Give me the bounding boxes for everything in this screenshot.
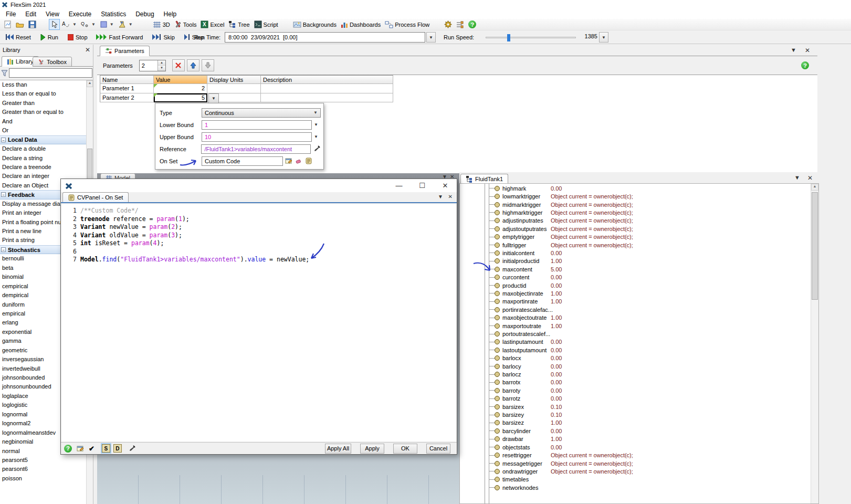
- tab-fluidtank1[interactable]: FluidTank1: [460, 174, 508, 184]
- tree-node-name[interactable]: barsizey: [502, 412, 524, 418]
- tree-node-icon[interactable]: [495, 445, 500, 450]
- menu-edit[interactable]: Edit: [20, 9, 41, 19]
- tree-node-value[interactable]: Object current = ownerobject(c);: [551, 468, 633, 475]
- column-header-value[interactable]: Value: [154, 75, 207, 84]
- tree-node-icon[interactable]: [495, 258, 500, 264]
- code-line[interactable]: 6: [61, 248, 456, 256]
- library-item-greater-than[interactable]: Greater than: [0, 99, 93, 108]
- value-cell-dropdown[interactable]: ▼: [208, 93, 219, 103]
- tree-node-value[interactable]: 0.00: [551, 282, 562, 289]
- move-parameter-down-button[interactable]: [202, 59, 214, 71]
- toolbar-excel-button[interactable]: XExcel: [198, 19, 226, 30]
- param-description-cell[interactable]: [261, 84, 393, 93]
- tree-node-barlocx[interactable]: barlocx0.00: [460, 354, 810, 362]
- run-time-input[interactable]: [225, 32, 425, 43]
- tree-node-icon[interactable]: [495, 331, 500, 337]
- tree-node-barrotx[interactable]: barrotx0.00: [460, 379, 810, 386]
- tree-node-icon[interactable]: [495, 339, 500, 344]
- tree-node-timetables[interactable]: timetables: [460, 476, 810, 484]
- library-item-less-than-or-equal-to[interactable]: Less than or equal to: [0, 89, 93, 98]
- code-tab-close-icon[interactable]: ✕: [448, 194, 453, 200]
- collapse-icon[interactable]: –: [1, 192, 6, 197]
- collapse-icon[interactable]: –: [1, 138, 6, 142]
- tree-node-adjustinputrates[interactable]: adjustinputratesObject current = ownerob…: [460, 217, 810, 225]
- tree-node-value[interactable]: 0.00: [551, 274, 562, 280]
- tree-node-icon[interactable]: [495, 267, 500, 272]
- tree-node-networknodes[interactable]: networknodes: [460, 484, 810, 491]
- tree-node-name[interactable]: maxobjectinrate: [502, 290, 543, 297]
- tree-node-icon[interactable]: [495, 218, 500, 223]
- dialog-maximize-icon[interactable]: ☐: [411, 182, 434, 190]
- tree-node-icon[interactable]: [495, 348, 500, 353]
- library-item-and[interactable]: And: [0, 117, 93, 126]
- tree-node-name[interactable]: barroty: [502, 387, 520, 394]
- code-line[interactable]: 4Variant oldValue = param(3);: [61, 232, 456, 240]
- tree-node-barsizez[interactable]: barsizez1.00: [460, 419, 810, 427]
- tree-node-highmark[interactable]: highmark0.00: [460, 184, 810, 192]
- library-item-declare-a-treenode[interactable]: Declare a treenode: [0, 163, 93, 172]
- tree-node-value[interactable]: Object current = ownerobject(c);: [551, 452, 633, 458]
- tree-node-lowmarktrigger[interactable]: lowmarktriggerObject current = ownerobje…: [460, 192, 810, 200]
- tree-node-name[interactable]: resettrigger: [502, 452, 532, 458]
- tree-node-name[interactable]: barlocy: [502, 363, 521, 370]
- lower-bound-input[interactable]: 1: [202, 120, 312, 130]
- tree-node-maxobjectoutrate[interactable]: maxobjectoutrate1.00: [460, 314, 810, 322]
- tree-node-name[interactable]: adjustoutputrates: [502, 226, 547, 232]
- cancel-button[interactable]: Cancel: [426, 444, 450, 454]
- param-name-cell[interactable]: Parameter 1: [100, 84, 154, 93]
- tree-node-icon[interactable]: [495, 477, 500, 482]
- fluidtank1-scroll-up-icon[interactable]: ▲: [811, 184, 818, 191]
- toolbar-3d-button[interactable]: 3D: [151, 19, 172, 30]
- tree-node-barlocz[interactable]: barlocz0.00: [460, 370, 810, 378]
- fluidtank1-panel-close-icon[interactable]: ✕: [807, 174, 813, 182]
- spinner-down-icon[interactable]: ▼: [158, 66, 165, 71]
- code-line[interactable]: 5int isReset = param(4);: [61, 239, 456, 248]
- dialog-minimize-icon[interactable]: —: [387, 182, 411, 190]
- tree-node-maxportoutrate[interactable]: maxportoutrate1.00: [460, 322, 810, 330]
- tree-node-value[interactable]: 0.00: [551, 355, 562, 361]
- sampler-eyedropper-icon[interactable]: [312, 145, 321, 153]
- tree-node-barsizey[interactable]: barsizey0.10: [460, 411, 810, 418]
- code-line[interactable]: 1/**Custom Code*/: [61, 207, 456, 215]
- library-item-or[interactable]: Or: [0, 126, 93, 135]
- tree-node-name[interactable]: ondrawtrigger: [502, 468, 538, 475]
- tree-node-icon[interactable]: [495, 485, 500, 490]
- settings-gear-icon[interactable]: [442, 19, 454, 30]
- code-template-icon[interactable]: [304, 157, 313, 165]
- spinner-up-icon[interactable]: ▲: [158, 60, 165, 66]
- code-editor-area[interactable]: 1/**Custom Code*/2treenode reference = p…: [61, 204, 456, 442]
- tree-node-name[interactable]: barlocz: [502, 371, 521, 377]
- code-line[interactable]: 3Variant newValue = param(2);: [61, 223, 456, 232]
- tree-node-name[interactable]: curcontent: [502, 274, 529, 280]
- tree-node-icon[interactable]: [495, 453, 500, 458]
- run-button[interactable]: Run: [38, 33, 60, 41]
- param-value-cell[interactable]: 2: [154, 84, 207, 93]
- tree-node-name[interactable]: highmarktrigger: [502, 209, 542, 216]
- tree-node-name[interactable]: portinratescalefac...: [502, 307, 553, 313]
- tree-node-icon[interactable]: [495, 323, 500, 329]
- tree-node-name[interactable]: lastoutputamount: [502, 347, 547, 353]
- tree-node-icon[interactable]: [495, 404, 500, 410]
- tree-node-resettrigger[interactable]: resettriggerObject current = ownerobject…: [460, 451, 810, 459]
- tree-node-name[interactable]: messagetrigger: [502, 460, 542, 467]
- tree-node-name[interactable]: barsizez: [502, 419, 524, 426]
- tree-node-maxobjectinrate[interactable]: maxobjectinrate1.00: [460, 289, 810, 297]
- table-row[interactable]: Parameter 12: [100, 84, 393, 93]
- open-model-icon[interactable]: [14, 19, 26, 30]
- toolbar-script-button[interactable]: Script: [252, 19, 280, 30]
- tree-node-value[interactable]: 1.00: [551, 314, 562, 321]
- param-name-cell[interactable]: Parameter 2: [100, 93, 154, 103]
- tree-node-icon[interactable]: [495, 364, 500, 369]
- tree-node-barroty[interactable]: barroty0.00: [460, 386, 810, 394]
- measure-tool-dropdown-icon[interactable]: ▼: [129, 22, 133, 27]
- tree-node-initialproductid[interactable]: initialproductid1.00: [460, 257, 810, 265]
- code-line[interactable]: 2treenode reference = param(1);: [61, 215, 456, 224]
- tree-node-value[interactable]: Object current = ownerobject(c);: [551, 202, 633, 208]
- tree-node-value[interactable]: Object current = ownerobject(c);: [551, 209, 633, 216]
- reference-input[interactable]: /FluidTank1>variables/maxcontent: [201, 144, 311, 154]
- code-tabs-dropdown-icon[interactable]: ▼: [438, 194, 443, 200]
- tab-toolbox[interactable]: Toolbox: [33, 57, 72, 67]
- tree-node-name[interactable]: productid: [502, 282, 526, 289]
- parameters-panel-close-icon[interactable]: ✕: [805, 47, 810, 54]
- tree-node-value[interactable]: 0.00: [551, 387, 562, 394]
